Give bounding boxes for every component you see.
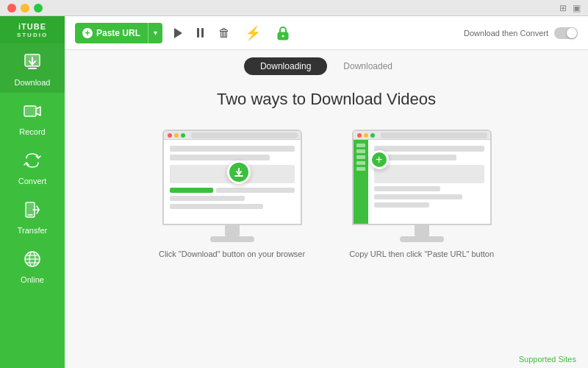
- monitor-1: [162, 130, 302, 242]
- online-icon: [23, 250, 42, 273]
- record-icon: [23, 102, 42, 125]
- bezel-dot-yellow-2: [364, 133, 368, 138]
- monitor-stand-top-2: [415, 225, 429, 236]
- monitor-screen-1: [162, 130, 302, 225]
- monitor-stand-top-1: [225, 225, 240, 236]
- content-area: + Paste URL ▾ 🗑 ⚡: [65, 16, 588, 368]
- download-convert-label: Download then Convert: [464, 29, 548, 38]
- green-sidebar-strip: [354, 140, 368, 224]
- main-content: Two ways to Download Videos: [65, 75, 588, 350]
- lock-button[interactable]: [273, 23, 293, 43]
- illustration-paste-url: +: [349, 130, 494, 258]
- address-bar: [191, 132, 298, 138]
- flash-icon: ⚡: [245, 25, 261, 41]
- screen2-block-main: [374, 165, 484, 183]
- bezel-dot-red-2: [357, 133, 362, 138]
- illustration-caption-1: Click "Download" button on your browser: [159, 250, 305, 258]
- paste-url-main: + Paste URL: [75, 23, 148, 43]
- screen-line-3: [170, 196, 245, 201]
- transfer-icon: [23, 200, 42, 224]
- sidebar-label-download: Download: [15, 78, 51, 87]
- screen-line-2: [170, 155, 270, 160]
- monitor-stand-base-1: [210, 236, 254, 242]
- strip-item-4: [356, 161, 365, 165]
- strip-item-5: [356, 167, 365, 171]
- monitor-bezel-1: [164, 131, 301, 140]
- sidebar-label-transfer: Transfer: [18, 226, 48, 235]
- screen2-line-1: [374, 146, 484, 152]
- svg-rect-3: [24, 106, 36, 116]
- toolbar: + Paste URL ▾ 🗑 ⚡: [65, 16, 588, 50]
- brand-name-line2: STUDIO: [0, 32, 65, 39]
- play-icon: [174, 28, 182, 38]
- screen-green-bar: [170, 188, 214, 193]
- pause-icon: [197, 28, 204, 38]
- delete-button[interactable]: 🗑: [215, 24, 233, 43]
- bezel-dot-red: [168, 133, 172, 138]
- tab-downloading[interactable]: Downloading: [244, 57, 327, 75]
- sidebar-label-online: Online: [21, 275, 44, 284]
- pause-button[interactable]: [194, 25, 207, 40]
- illustration-caption-2: Copy URL then click "Paste URL" button: [349, 250, 494, 258]
- paste-url-button[interactable]: + Paste URL ▾: [75, 23, 162, 43]
- paste-url-label: Paste URL: [96, 28, 140, 38]
- close-button[interactable]: [7, 4, 16, 13]
- play-button[interactable]: [171, 25, 185, 41]
- screen-content-2: [368, 140, 490, 224]
- monitor-2: +: [352, 130, 492, 242]
- brand-name-line1: iTUBE: [0, 22, 65, 32]
- svg-point-13: [282, 35, 284, 37]
- illustrations: Click "Download" button on your browser: [159, 130, 494, 258]
- download-icon: [23, 52, 42, 76]
- address-bar-2: [381, 132, 487, 138]
- convert-icon: [23, 151, 42, 174]
- strip-item-3: [356, 155, 365, 159]
- screen2-line-5: [374, 202, 429, 208]
- strip-item-2: [356, 149, 365, 153]
- monitor-bezel-2: [354, 131, 490, 140]
- bezel-dot-green: [181, 133, 185, 138]
- sidebar-item-record[interactable]: Record: [0, 93, 65, 142]
- maximize-button[interactable]: [34, 4, 43, 13]
- window-icon-2: ▣: [573, 3, 581, 13]
- sidebar-item-online[interactable]: Online: [0, 241, 65, 290]
- sidebar: iTUBE STUDIO Download Record: [0, 16, 65, 368]
- download-convert-toggle[interactable]: [554, 27, 578, 39]
- lock-icon: [276, 26, 290, 40]
- flash-button[interactable]: ⚡: [242, 22, 264, 44]
- traffic-lights: [7, 4, 43, 13]
- bezel-dot-green-2: [370, 133, 375, 138]
- title-bar-icons: ⊞ ▣: [559, 3, 581, 13]
- sidebar-label-record: Record: [19, 127, 45, 136]
- footer: Supported Sites: [65, 350, 588, 368]
- supported-sites-link[interactable]: Supported Sites: [519, 355, 576, 364]
- sidebar-item-transfer[interactable]: Transfer: [0, 191, 65, 241]
- toggle-knob: [567, 28, 577, 38]
- paste-plus-icon: +: [82, 28, 93, 38]
- sidebar-item-download[interactable]: Download: [0, 43, 65, 93]
- plus-badge-icon: +: [370, 150, 389, 169]
- strip-item-1: [356, 144, 365, 147]
- trash-icon: 🗑: [218, 26, 230, 40]
- monitor-stand-base-2: [400, 236, 444, 242]
- page-title: Two ways to Download Videos: [217, 90, 436, 109]
- screen-grey-bar: [216, 188, 295, 193]
- app-body: iTUBE STUDIO Download Record: [0, 16, 588, 368]
- bezel-dot-yellow: [174, 133, 179, 138]
- download-badge-icon: [227, 160, 251, 184]
- minimize-button[interactable]: [21, 4, 29, 13]
- tab-downloaded[interactable]: Downloaded: [327, 57, 409, 75]
- sidebar-brand: iTUBE STUDIO: [0, 16, 65, 43]
- screen-line-4: [170, 204, 264, 209]
- screen2-line-3: [374, 186, 440, 191]
- screen-line-1: [170, 146, 295, 152]
- download-convert-toggle-area: Download then Convert: [464, 27, 578, 39]
- sidebar-item-convert[interactable]: Convert: [0, 142, 65, 191]
- paste-url-dropdown-arrow[interactable]: ▾: [148, 23, 162, 43]
- sidebar-label-convert: Convert: [18, 177, 47, 185]
- title-bar: ⊞ ▣: [0, 0, 588, 16]
- tab-bar: Downloading Downloaded: [65, 50, 588, 75]
- screen2-line-4: [374, 194, 462, 199]
- window-icon-1: ⊞: [559, 3, 567, 13]
- illustration-browser-download: Click "Download" button on your browser: [159, 130, 305, 258]
